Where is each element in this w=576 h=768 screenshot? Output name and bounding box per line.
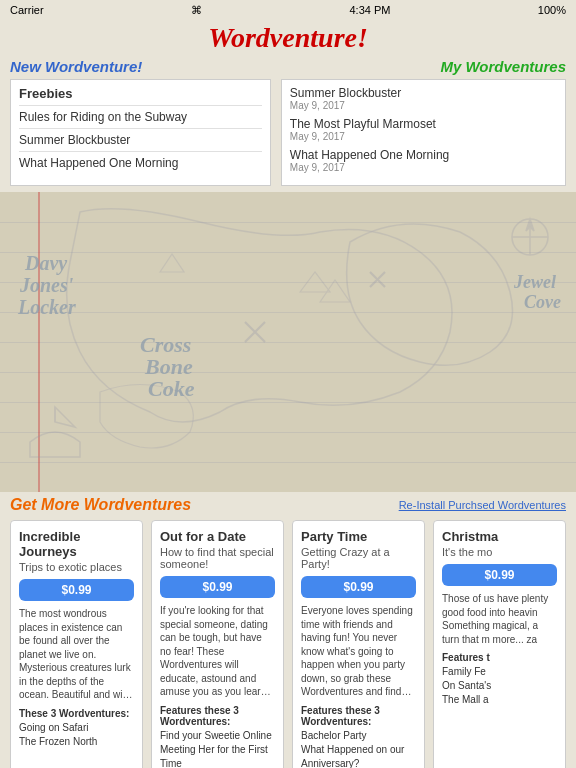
card-title: Party Time <box>301 529 416 544</box>
card-christmas: Christma It's the mo $0.99 Those of us h… <box>433 520 566 768</box>
freebie-item[interactable]: Rules for Riding on the Subway <box>19 105 262 128</box>
get-more-row: Get More Wordventures Re-Install Purchse… <box>10 496 566 514</box>
my-wv-list: Summer Blockbuster May 9, 2017The Most P… <box>290 86 557 173</box>
app-header: Wordventure! <box>0 20 576 58</box>
card-party-time: Party Time Getting Crazy at a Party! $0.… <box>292 520 425 768</box>
freebies-panel: Freebies Rules for Riding on the SubwayS… <box>10 79 271 186</box>
card-description: Those of us have plenty good food into h… <box>442 592 557 646</box>
features-label: Features t <box>442 652 557 663</box>
card-subtitle: Getting Crazy at a Party! <box>301 546 416 570</box>
time-label: 4:34 PM <box>349 4 390 16</box>
get-more-title: Get More Wordventures <box>10 496 191 514</box>
my-wv-date: May 9, 2017 <box>290 100 557 111</box>
card-title: Out for a Date <box>160 529 275 544</box>
price-button[interactable]: $0.99 <box>301 576 416 598</box>
my-wv-date: May 9, 2017 <box>290 131 557 142</box>
app-title: Wordventure! <box>208 22 368 53</box>
my-wordventures-panel: Summer Blockbuster May 9, 2017The Most P… <box>281 79 566 186</box>
my-wv-title: Summer Blockbuster <box>290 86 557 100</box>
price-button[interactable]: $0.99 <box>442 564 557 586</box>
card-title: Incredible Journeys <box>19 529 134 559</box>
battery-label: 100% <box>538 4 566 16</box>
card-subtitle: It's the mo <box>442 546 557 558</box>
features-label: These 3 Wordventures: <box>19 708 134 719</box>
map-area: Davy Jones' Locker Cross Bone Coke Jewel… <box>0 192 576 492</box>
features-label: Features these 3 Wordventures: <box>160 705 275 727</box>
my-wv-date: May 9, 2017 <box>290 162 557 173</box>
card-title: Christma <box>442 529 557 544</box>
carrier-label: Carrier <box>10 4 44 16</box>
my-wv-item[interactable]: What Happened One Morning May 9, 2017 <box>290 148 557 173</box>
wifi-icon: ⌘ <box>191 4 202 17</box>
freebies-list: Rules for Riding on the SubwaySummer Blo… <box>19 105 262 174</box>
my-wordventures-title: My Wordventures <box>440 58 566 75</box>
freebie-item[interactable]: What Happened One Morning <box>19 151 262 174</box>
map-label-coke: Coke <box>148 376 194 402</box>
features-label: Features these 3 Wordventures: <box>301 705 416 727</box>
my-wv-title: The Most Playful Marmoset <box>290 117 557 131</box>
map-label-jewel: Jewel <box>514 272 556 293</box>
card-description: The most wondrous places in existence ca… <box>19 607 134 702</box>
card-out-for-a-date: Out for a Date How to find that special … <box>151 520 284 768</box>
top-content: Freebies Rules for Riding on the SubwayS… <box>0 79 576 192</box>
section-titles: New Wordventure! My Wordventures <box>0 58 576 79</box>
cards-row: Incredible Journeys Trips to exotic plac… <box>10 520 566 768</box>
freebie-item[interactable]: Summer Blockbuster <box>19 128 262 151</box>
my-wv-item[interactable]: Summer Blockbuster May 9, 2017 <box>290 86 557 111</box>
status-bar: Carrier ⌘ 4:34 PM 100% <box>0 0 576 20</box>
features-list: Going on SafariThe Frozen North <box>19 721 134 749</box>
reinstall-link[interactable]: Re-Install Purchsed Wordventures <box>399 499 566 511</box>
map-svg <box>0 192 576 492</box>
price-button[interactable]: $0.99 <box>160 576 275 598</box>
card-subtitle: How to find that special someone! <box>160 546 275 570</box>
card-incredible-journeys: Incredible Journeys Trips to exotic plac… <box>10 520 143 768</box>
map-label-cove: Cove <box>524 292 561 313</box>
card-description: Everyone loves spending time with friend… <box>301 604 416 699</box>
my-wv-item[interactable]: The Most Playful Marmoset May 9, 2017 <box>290 117 557 142</box>
card-subtitle: Trips to exotic places <box>19 561 134 573</box>
map-label-locker: Locker <box>18 296 76 319</box>
new-wordventure-title: New Wordventure! <box>10 58 142 75</box>
bottom-section: Get More Wordventures Re-Install Purchse… <box>0 492 576 768</box>
my-wv-title: What Happened One Morning <box>290 148 557 162</box>
card-description: If you're looking for that special someo… <box>160 604 275 699</box>
features-list: Find your Sweetie OnlineMeeting Her for … <box>160 729 275 769</box>
features-list: Bachelor PartyWhat Happened on our Anniv… <box>301 729 416 769</box>
map-label-davy: Davy <box>25 252 67 275</box>
map-label-jones: Jones' <box>20 274 73 297</box>
features-list: Family FeOn Santa'sThe Mall a <box>442 665 557 707</box>
freebies-heading: Freebies <box>19 86 262 101</box>
price-button[interactable]: $0.99 <box>19 579 134 601</box>
